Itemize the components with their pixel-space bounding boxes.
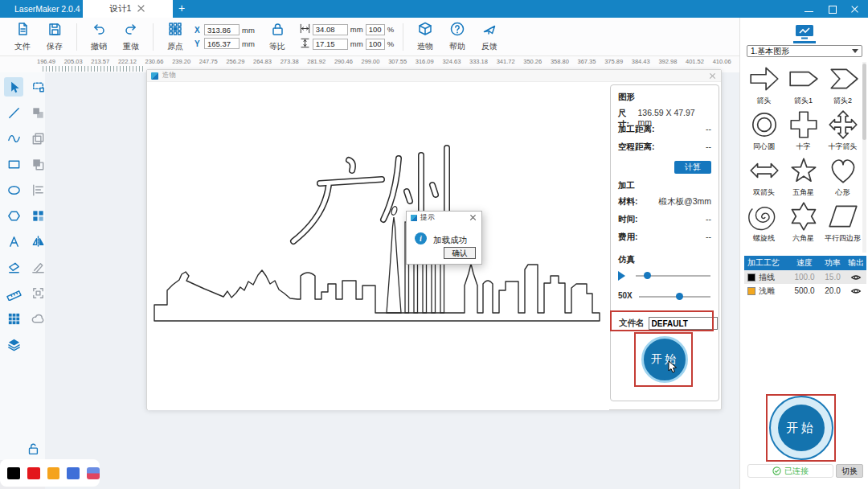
curve-tool[interactable] [4, 129, 23, 148]
x-label: X [194, 26, 202, 35]
ellipse-tool[interactable] [4, 180, 23, 199]
power-value: 15.0 [820, 273, 845, 281]
grid-tool[interactable] [4, 309, 23, 328]
tab-design1[interactable]: 设计1 [83, 0, 173, 18]
skyline-artwork [148, 82, 609, 410]
cost-value: -- [706, 232, 711, 243]
redo-button[interactable]: 重做 [115, 21, 147, 52]
progress-slider-knob[interactable] [644, 272, 651, 279]
shape-label: 箭头1 [794, 96, 813, 106]
ruler-tick-marks [43, 66, 145, 72]
shape-cross[interactable]: 十字 [784, 108, 823, 154]
color-swatch[interactable] [27, 467, 40, 479]
shape-parallelogram[interactable]: 平行四边形 [823, 199, 862, 245]
rectangle-tool[interactable] [4, 154, 23, 174]
check-circle-icon [772, 466, 781, 475]
switch-device-button[interactable]: 切换 [836, 464, 863, 478]
make-button[interactable]: 造物 [409, 21, 441, 52]
undo-button[interactable]: 撤销 [83, 21, 115, 52]
shape-heart[interactable]: 心形 [823, 154, 862, 199]
color-swatch[interactable] [47, 467, 60, 479]
text-tool[interactable] [4, 232, 23, 251]
eye-icon[interactable] [845, 286, 866, 295]
layers-tool[interactable] [4, 335, 23, 354]
line-tool[interactable] [4, 103, 23, 122]
design-window-close-icon[interactable] [710, 72, 717, 80]
ruler-tool[interactable] [4, 283, 23, 302]
shapes-scrollbar[interactable] [862, 62, 866, 253]
width-arrow-icon [300, 23, 310, 35]
shape-arrow1[interactable]: 箭头1 [784, 62, 823, 108]
start-button-panel[interactable]: 开始 [641, 336, 688, 383]
drawing-canvas[interactable]: 广州 [148, 82, 609, 410]
play-icon[interactable] [618, 271, 625, 281]
shape-arrow[interactable]: 箭头 [744, 62, 784, 108]
x-position-input[interactable] [204, 24, 240, 35]
dialog-close-icon[interactable] [470, 214, 477, 221]
column-header: 输出 [845, 257, 866, 269]
shape-label: 箭头 [757, 96, 772, 106]
shape-category-dropdown[interactable]: 1.基本图形 [747, 45, 862, 57]
shape-partial[interactable] [823, 245, 862, 253]
color-swatch[interactable] [67, 467, 80, 479]
polygon-tool[interactable] [4, 206, 23, 225]
speed-slider[interactable] [639, 296, 710, 298]
confirm-button[interactable]: 确认 [444, 247, 476, 259]
dialog-titlebar[interactable]: 提示 [407, 212, 481, 224]
new-tab-button[interactable]: + [178, 0, 185, 17]
layer-color-swatch [747, 273, 755, 281]
calculate-button[interactable]: 计算 [674, 161, 711, 174]
shape-arrow2[interactable]: 箭头2 [823, 62, 862, 108]
close-icon[interactable] [851, 5, 860, 14]
shape-star5[interactable]: 五角星 [784, 154, 823, 199]
height-pct-unit: % [387, 39, 394, 48]
save-button[interactable]: 保存 [39, 21, 71, 52]
speed-slider-knob[interactable] [676, 293, 683, 300]
color-swatch[interactable] [87, 467, 100, 479]
start-button-main[interactable]: 开始 [769, 396, 833, 460]
minimize-icon[interactable] [805, 5, 813, 14]
design-window-titlebar[interactable]: 造物 [147, 70, 721, 82]
shape-doublearrow[interactable]: 双箭头 [744, 154, 784, 199]
time-value: -- [706, 214, 711, 225]
eye-icon[interactable] [845, 273, 866, 281]
width-unit: mm [350, 25, 363, 34]
info-icon: i [415, 232, 427, 244]
process-row-浅雕[interactable]: 浅雕500.020.0 [744, 284, 866, 298]
height-input[interactable] [313, 39, 348, 50]
sim-speed-label: 50X [618, 291, 633, 300]
help-button[interactable]: 帮助 [441, 21, 473, 52]
width-input[interactable] [313, 24, 348, 35]
app-title: LaserMaker 2.0.4 [14, 0, 80, 18]
shape-spiral[interactable]: 螺旋线 [744, 199, 784, 245]
maximize-icon[interactable] [828, 5, 837, 14]
width-percent-input[interactable] [366, 24, 385, 35]
aspect-lock-button[interactable]: 等比 [261, 21, 293, 52]
filename-input[interactable] [649, 317, 718, 330]
feedback-button[interactable]: 反馈 [473, 21, 506, 52]
ruler-tick: 384.43 [632, 58, 650, 65]
tab-close-icon[interactable] [137, 5, 145, 13]
column-header: 加工工艺 [744, 257, 789, 269]
color-swatch[interactable] [7, 467, 20, 479]
origin-button[interactable]: 原点 [159, 21, 191, 52]
select-tool[interactable] [4, 77, 23, 97]
shape-concentric[interactable]: 同心圆 [744, 108, 784, 154]
height-percent-input[interactable] [366, 39, 385, 50]
board-icon[interactable] [795, 24, 814, 39]
eraser-tool[interactable] [4, 257, 23, 277]
unlock-icon[interactable] [26, 442, 40, 456]
file-button[interactable]: 文件 [6, 21, 39, 52]
shape-label: 平行四边形 [825, 233, 861, 244]
shape-partial[interactable] [784, 245, 823, 253]
app-logo-icon [151, 72, 158, 80]
help-icon [449, 26, 465, 39]
shape-star6[interactable]: 六角星 [784, 199, 823, 245]
ruler-tick: 375.89 [604, 58, 623, 65]
y-position-input[interactable] [204, 38, 240, 49]
process-row-描线[interactable]: 描线100.015.0 [744, 270, 866, 284]
shape-crossarrow[interactable]: 十字箭头 [823, 108, 862, 154]
feedback-icon [481, 26, 497, 39]
shape-partial[interactable] [744, 245, 784, 253]
simulation-speed-row: 50X [618, 291, 710, 302]
